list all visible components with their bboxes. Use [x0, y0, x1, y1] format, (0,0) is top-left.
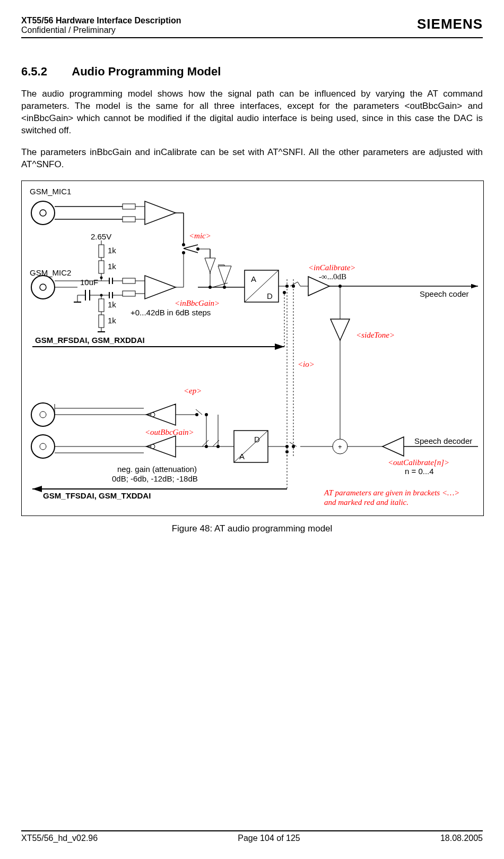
label-neg-gain-2: 0dB; -6db, -12dB; -18dB — [112, 474, 198, 483]
footer-right: 18.08.2005 — [440, 834, 483, 843]
svg-point-0 — [31, 201, 55, 225]
section-heading: 6.5.2 Audio Programming Model — [21, 65, 483, 79]
svg-point-17 — [31, 276, 55, 299]
label-1k-d: 1k — [108, 316, 116, 325]
svg-rect-12 — [99, 245, 104, 257]
label-gsm-tfsdai: GSM_TFSDAI, GSM_TXDDAI — [43, 491, 151, 500]
label-outcalibrate-note: n = 0...4 — [405, 467, 434, 476]
svg-point-10 — [182, 243, 185, 246]
label-da-d: D — [254, 435, 260, 444]
svg-rect-41 — [99, 299, 104, 312]
svg-point-108 — [40, 411, 46, 418]
footer-left: XT55/56_hd_v02.96 — [21, 834, 98, 843]
label-gsm-mic2: GSM_MIC2 — [30, 268, 71, 277]
svg-point-18 — [40, 284, 46, 290]
section-title: Audio Programming Model — [72, 65, 221, 78]
label-outcalibrate: <outCalibrate[n]> — [388, 458, 449, 467]
label-mic: <mic> — [189, 231, 211, 240]
label-io: <io> — [298, 360, 315, 368]
svg-point-79 — [283, 291, 286, 294]
svg-rect-4 — [123, 204, 135, 209]
svg-point-101 — [205, 413, 208, 416]
label-1k-a: 1k — [108, 246, 116, 255]
label-gsm-rfsdai: GSM_RFSDAI, GSM_RXDDAI — [35, 336, 145, 345]
label-at-note-1: AT parameters are given in brackets <…> — [324, 488, 460, 497]
doc-title: XT55/56 Hardware Interface Description — [21, 16, 181, 25]
svg-rect-14 — [99, 261, 104, 273]
svg-point-1 — [40, 210, 46, 216]
label-incalibrate-note: -∞...0dB — [319, 272, 346, 281]
label-speech-coder: Speech coder — [420, 289, 469, 298]
svg-point-48 — [182, 251, 185, 254]
svg-point-110 — [151, 444, 155, 449]
svg-point-107 — [31, 403, 55, 426]
label-incalibrate: <inCalibrate> — [308, 263, 355, 272]
svg-rect-36 — [123, 278, 135, 284]
label-da-a: A — [239, 452, 245, 461]
doc-subtitle: Confidential / Preliminary — [21, 25, 181, 35]
label-inbbcgain-note: +0...42dB in 6dB steps — [131, 308, 211, 317]
svg-point-104 — [151, 413, 155, 417]
svg-line-49 — [184, 245, 198, 248]
svg-line-71 — [298, 282, 300, 286]
svg-rect-37 — [123, 291, 135, 296]
label-ad-a: A — [251, 274, 256, 284]
label-ad-d: D — [267, 291, 273, 300]
paragraph-2: The parameters inBbcGain and inCalibrate… — [21, 147, 483, 171]
label-neg-gain-1: neg. gain (attenuation) — [117, 465, 197, 474]
header-left: XT55/56 Hardware Interface Description C… — [21, 16, 181, 35]
label-at-note-2: and marked red and italic. — [324, 498, 409, 506]
page-footer: XT55/56_hd_v02.96 Page 104 of 125 18.08.… — [21, 830, 483, 843]
page-header: XT55/56 Hardware Interface Description C… — [21, 16, 483, 38]
figure-48-diagram: GSM_MIC1 2.65V 1k 1k — [21, 181, 484, 516]
label-ep: <ep> — [184, 386, 202, 395]
figure-caption: Figure 48: AT audio programming model — [21, 523, 483, 534]
svg-point-114 — [40, 443, 46, 450]
label-1k-c: 1k — [108, 300, 116, 309]
svg-text:+: + — [338, 443, 342, 451]
paragraph-1: The audio programming model shows how th… — [21, 88, 483, 137]
label-speech-decoder: Speech decoder — [414, 436, 472, 445]
footer-center: Page 104 of 125 — [238, 834, 300, 843]
label-inbbcgain: <inBbcGain> — [175, 299, 220, 307]
section-number: 6.5.2 — [21, 65, 69, 79]
label-2-65v: 2.65V — [91, 232, 111, 241]
label-sidetone: <sideTone> — [356, 331, 395, 339]
label-10uf: 10uF — [80, 278, 98, 287]
label-1k-b: 1k — [108, 262, 116, 271]
label-outbbcgain: <outBbcGain> — [145, 428, 194, 436]
svg-line-50 — [184, 248, 198, 253]
label-gsm-mic1: GSM_MIC1 — [30, 187, 71, 196]
siemens-logo: SIEMENS — [417, 16, 483, 32]
svg-point-113 — [31, 435, 55, 458]
svg-rect-43 — [99, 315, 104, 328]
svg-rect-5 — [123, 217, 135, 222]
